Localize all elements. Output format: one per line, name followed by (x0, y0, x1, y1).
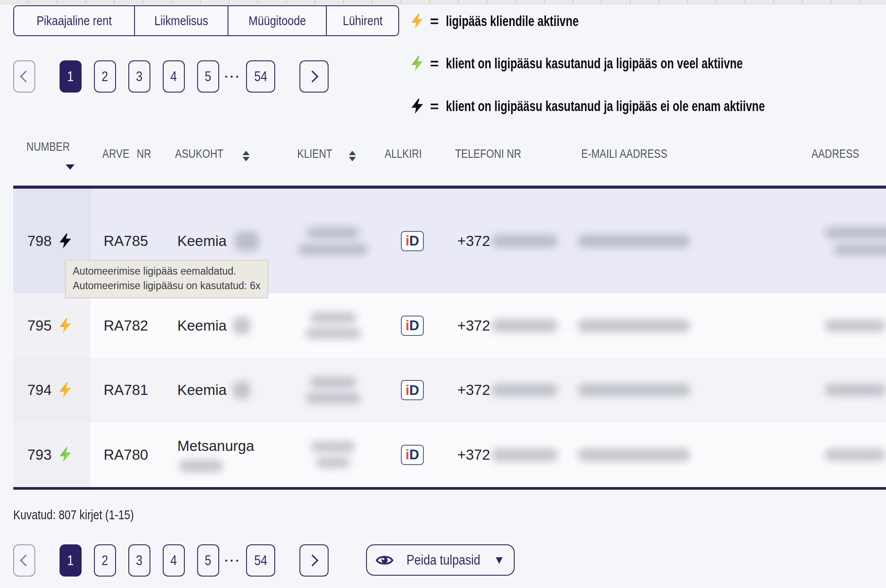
redacted-location-part (179, 460, 223, 472)
phone-prefix: +372 (457, 382, 490, 398)
column-header-asukoht[interactable]: ASUKOHT (175, 147, 250, 161)
page-button-2[interactable]: 2 (94, 544, 116, 577)
rental-admin-page: { "colors":{"navy":"#2c2768","navy_fill"… (0, 0, 886, 588)
legend-item-used-active: = klient on ligipääsu kasutanud ja ligip… (411, 52, 837, 75)
redacted-email (578, 319, 690, 332)
page-button-3[interactable]: 3 (128, 544, 150, 577)
redacted-client (282, 189, 384, 293)
legend-item-used-inactive: = klient on ligipääsu kasutanud ja ligip… (411, 95, 866, 118)
table-row[interactable]: 793 RA780 Metsanurga iD +372 (13, 422, 886, 487)
pagination-top: 1 2 3 4 5 ··· 54 (13, 60, 329, 93)
redacted-address (825, 320, 886, 332)
next-page-button[interactable] (299, 544, 329, 577)
tab-liikmelisus[interactable]: Liikmelisus (134, 6, 228, 35)
row-number: 794 (27, 382, 52, 398)
location: Keemia (177, 233, 227, 249)
yellow-bolt-icon[interactable] (60, 383, 71, 398)
dropdown-arrow-icon: ▼ (493, 553, 505, 567)
tab-group: Pikaajaline rent Liikmelisus Müügitoode … (13, 5, 399, 36)
column-header-number[interactable]: NUMBER (26, 140, 78, 171)
tab-muugitoode[interactable]: Müügitoode (228, 6, 326, 35)
redacted-email (578, 383, 690, 397)
page-button-54[interactable]: 54 (246, 60, 275, 93)
redacted-client (282, 293, 384, 358)
table-row[interactable]: 798 RA785 Keemia iD +372 Automeerimise l… (13, 189, 886, 293)
redacted-address (688, 189, 886, 293)
next-page-button[interactable] (299, 60, 329, 93)
chevron-right-icon (307, 555, 319, 566)
phone-prefix: +372 (457, 447, 490, 463)
table-row[interactable]: 794 RA781 Keemia iD +372 (13, 358, 886, 422)
pagination-bottom: 1 2 3 4 5 ··· 54 Peida tulpasid ▼ (13, 544, 515, 577)
table-top-border (13, 186, 886, 189)
pagination-ellipsis: ··· (224, 70, 241, 84)
prev-page-button[interactable] (13, 544, 35, 577)
id-signature-icon[interactable]: iD (401, 231, 424, 251)
row-number: 795 (27, 317, 52, 334)
top-ruler-strip (0, 0, 886, 4)
chevron-left-icon (20, 71, 32, 82)
invoice-number: RA781 (104, 382, 148, 398)
phone-prefix: +372 (457, 233, 490, 249)
redacted-location-part (235, 231, 259, 251)
column-header-allkiri: ALLKIRI (385, 147, 429, 161)
page-button-5[interactable]: 5 (197, 544, 219, 577)
phone-prefix: +372 (457, 317, 490, 334)
page-button-54[interactable]: 54 (246, 544, 275, 577)
id-signature-icon[interactable]: iD (401, 445, 424, 465)
access-tooltip: Automeerimise ligipääs eemaldatud. Autom… (65, 260, 268, 298)
black-bolt-icon (411, 99, 423, 114)
eye-icon (376, 554, 393, 566)
chevron-right-icon (307, 71, 319, 82)
page-button-1[interactable]: 1 (60, 544, 82, 577)
results-summary: Kuvatud: 807 kirjet (1-15) (13, 508, 157, 522)
sort-desc-icon (66, 164, 75, 170)
location: Metsanurga (177, 438, 254, 454)
column-header-aadress: AADRESS (811, 147, 868, 161)
green-bolt-icon[interactable] (60, 447, 71, 462)
column-header-email: E-MAILI AADRESS (581, 147, 684, 161)
sort-toggle-icon (243, 151, 250, 161)
page-button-3[interactable]: 3 (128, 60, 150, 93)
pagination-ellipsis: ··· (224, 554, 241, 568)
table-bottom-border (13, 487, 886, 490)
black-bolt-icon[interactable] (60, 234, 71, 249)
row-number: 793 (27, 447, 52, 463)
page-button-5[interactable]: 5 (197, 60, 219, 93)
chevron-left-icon (20, 555, 32, 566)
legend-item-active: = ligipääs kliendile aktiivne (411, 10, 621, 33)
page-button-4[interactable]: 4 (163, 60, 185, 93)
location: Keemia (177, 382, 227, 398)
redacted-address (825, 449, 886, 461)
location: Keemia (177, 317, 227, 334)
redacted-email (578, 234, 690, 248)
redacted-email (578, 448, 690, 461)
page-button-4[interactable]: 4 (163, 544, 185, 577)
yellow-bolt-icon (411, 14, 423, 29)
page-button-1[interactable]: 1 (60, 60, 82, 93)
redacted-location-part (233, 317, 250, 335)
prev-page-button[interactable] (13, 60, 35, 93)
table-row[interactable]: 795 RA782 Keemia iD +372 (13, 293, 886, 358)
redacted-address (825, 384, 886, 396)
row-number: 798 (27, 233, 52, 249)
redacted-location-part (233, 381, 250, 399)
invoice-number: RA780 (104, 447, 148, 463)
page-button-2[interactable]: 2 (94, 60, 116, 93)
id-signature-icon[interactable]: iD (401, 380, 424, 400)
id-signature-icon[interactable]: iD (401, 316, 424, 336)
redacted-client (282, 422, 384, 487)
hide-columns-button[interactable]: Peida tulpasid ▼ (366, 544, 515, 576)
tab-pikaajaline-rent[interactable]: Pikaajaline rent (14, 6, 134, 35)
yellow-bolt-icon[interactable] (60, 318, 71, 333)
invoice-number: RA782 (104, 317, 148, 334)
column-header-arve-nr: ARVE NR (102, 140, 154, 161)
green-bolt-icon (411, 56, 423, 71)
redacted-client (282, 358, 384, 422)
invoice-number: RA785 (104, 233, 148, 249)
sort-toggle-icon (349, 151, 356, 161)
tab-luhirent[interactable]: Lühirent (326, 6, 398, 35)
column-header-telefoni-nr: TELEFONI NR (455, 147, 534, 161)
column-header-klient[interactable]: KLIENT (297, 147, 356, 161)
